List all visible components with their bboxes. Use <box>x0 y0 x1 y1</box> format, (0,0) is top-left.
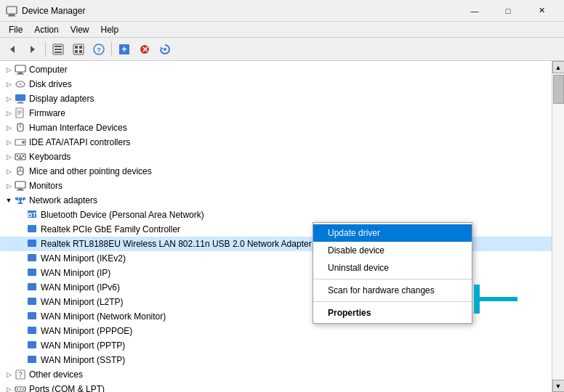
svg-rect-50 <box>19 197 22 200</box>
tree-label-display: Display adapters <box>29 94 94 104</box>
wan-ikev2-icon <box>26 253 38 264</box>
tree-item-ports[interactable]: ▷ Ports (COM & LPT) <box>0 382 552 392</box>
svg-point-21 <box>164 48 166 51</box>
svg-rect-6 <box>55 46 62 47</box>
firmware-icon <box>15 107 26 119</box>
tree-view-button[interactable] <box>49 40 68 59</box>
ctx-update-driver[interactable]: Update driver <box>313 224 472 242</box>
expander-disk[interactable]: ▷ <box>3 78 15 90</box>
menu-action[interactable]: Action <box>28 23 64 36</box>
svg-point-72 <box>23 388 24 390</box>
svg-text:✕: ✕ <box>142 45 148 54</box>
tree-item-hid[interactable]: ▷ Human Interface Devices <box>0 121 552 135</box>
tree-item-display[interactable]: ▷ Display adapters <box>0 91 552 106</box>
svg-marker-20 <box>161 46 164 49</box>
svg-rect-29 <box>17 103 24 104</box>
ide-icon <box>15 136 26 148</box>
menu-file[interactable]: File <box>3 23 28 36</box>
tree-label-wan-pppoe: WAN Miniport (PPPOE) <box>41 326 132 336</box>
svg-rect-10 <box>75 46 78 49</box>
expander-firmware[interactable]: ▷ <box>3 107 15 119</box>
minimize-button[interactable]: — <box>458 0 491 22</box>
uninstall-button[interactable]: ✕ <box>135 40 154 59</box>
tree-item-mice[interactable]: ▷ Mice and other pointing devices <box>0 164 552 179</box>
svg-rect-28 <box>18 102 23 103</box>
svg-rect-51 <box>23 197 25 200</box>
menu-view[interactable]: View <box>65 23 95 36</box>
expander-other[interactable]: ▷ <box>3 369 15 380</box>
tree-item-firmware[interactable]: ▷ Firmware <box>0 106 552 121</box>
tree-label-wan-ikev2: WAN Miniport (IKEv2) <box>41 253 126 264</box>
svg-rect-57 <box>28 225 36 232</box>
realtek-wifi-icon <box>26 238 38 250</box>
tree-label-wan-netmon: WAN Miniport (Network Monitor) <box>41 311 166 322</box>
svg-rect-61 <box>28 283 36 290</box>
tree-item-wan-pptp[interactable]: ▷ WAN Miniport (PPTP) <box>0 338 552 353</box>
ctx-uninstall-device[interactable]: Uninstall device <box>313 259 472 277</box>
expander-keyboards[interactable]: ▷ <box>3 151 15 163</box>
svg-rect-24 <box>17 74 24 75</box>
svg-rect-11 <box>79 46 82 49</box>
back-button[interactable] <box>3 40 22 59</box>
help-button[interactable]: ? <box>89 40 108 59</box>
menu-help[interactable]: Help <box>95 23 125 36</box>
expander-monitors[interactable]: ▷ <box>3 180 15 192</box>
expander-display[interactable]: ▷ <box>3 93 15 105</box>
tree-label-wan-ip: WAN Miniport (IP) <box>41 268 110 278</box>
forward-button[interactable] <box>23 40 42 59</box>
tree-area[interactable]: ▷ Computer ▷ Disk drives <box>0 61 552 392</box>
realtek-pcie-icon <box>26 224 38 235</box>
scan-button[interactable] <box>156 40 174 59</box>
tree-item-monitors[interactable]: ▷ Monitors <box>0 179 552 193</box>
tree-item-network[interactable]: ▼ Network adapters <box>0 193 552 208</box>
ctx-properties[interactable]: Properties <box>313 304 472 322</box>
svg-rect-58 <box>28 240 36 247</box>
wan-sstp-icon <box>26 354 38 366</box>
svg-point-71 <box>20 388 21 390</box>
tree-label-mice: Mice and other pointing devices <box>29 166 152 176</box>
arrow-pointer <box>474 285 532 316</box>
ctx-separator-2 <box>313 301 472 302</box>
display-icon <box>15 93 26 105</box>
expander-network[interactable]: ▼ <box>3 195 15 206</box>
tree-label-realtek-wifi: Realtek RTL8188EU Wireless LAN 802.11n U… <box>41 239 312 249</box>
expander-mice[interactable]: ▷ <box>3 166 15 177</box>
expander-ports[interactable]: ▷ <box>3 383 15 392</box>
scroll-up-button[interactable]: ▲ <box>552 61 565 73</box>
resource-view-button[interactable] <box>69 40 88 59</box>
scroll-down-button[interactable]: ▼ <box>552 380 565 392</box>
tree-label-computer: Computer <box>29 65 68 75</box>
ctx-disable-device[interactable]: Disable device <box>313 242 472 259</box>
scroll-thumb[interactable] <box>553 75 564 104</box>
tree-label-keyboards: Keyboards <box>29 152 70 162</box>
add-driver-button[interactable]: + <box>115 40 134 59</box>
tree-item-ide[interactable]: ▷ IDE ATA/ATAPI controllers <box>0 135 552 150</box>
tree-item-other[interactable]: ▷ ? Other devices <box>0 367 552 382</box>
tree-item-computer[interactable]: ▷ Computer <box>0 62 552 77</box>
tree-item-keyboards[interactable]: ▷ Keyboards <box>0 150 552 164</box>
tree-label-wan-l2tp: WAN Miniport (L2TP) <box>41 297 124 307</box>
svg-rect-27 <box>15 94 25 101</box>
scrollbar[interactable]: ▲ ▼ <box>552 61 564 392</box>
svg-rect-41 <box>23 155 24 157</box>
close-button[interactable]: ✕ <box>525 0 558 22</box>
ctx-separator-1 <box>313 279 472 279</box>
expander-hid[interactable]: ▷ <box>3 122 15 134</box>
tree-item-wan-sstp[interactable]: ▷ WAN Miniport (SSTP) <box>0 353 552 367</box>
scroll-track[interactable] <box>552 73 564 380</box>
ctx-scan-changes[interactable]: Scan for hardware changes <box>313 282 472 299</box>
svg-text:?: ? <box>18 371 23 379</box>
hid-icon <box>15 122 26 134</box>
maximize-button[interactable]: □ <box>491 0 525 22</box>
tree-item-disk[interactable]: ▷ Disk drives <box>0 77 552 91</box>
tree-label-monitors: Monitors <box>29 181 63 191</box>
expander-computer[interactable]: ▷ <box>3 64 15 75</box>
tree-label-ports: Ports (COM & LPT) <box>29 384 105 392</box>
svg-text:?: ? <box>97 46 101 54</box>
tree-item-wan-pppoe[interactable]: ▷ WAN Miniport (PPPOE) <box>0 324 552 338</box>
svg-rect-66 <box>28 356 36 363</box>
tree-label-wan-ipv6: WAN Miniport (IPv6) <box>41 282 120 293</box>
tree-item-bluetooth[interactable]: ▷ BT Bluetooth Device (Personal Area Net… <box>0 208 552 222</box>
svg-rect-39 <box>17 155 18 157</box>
expander-ide[interactable]: ▷ <box>3 136 15 148</box>
